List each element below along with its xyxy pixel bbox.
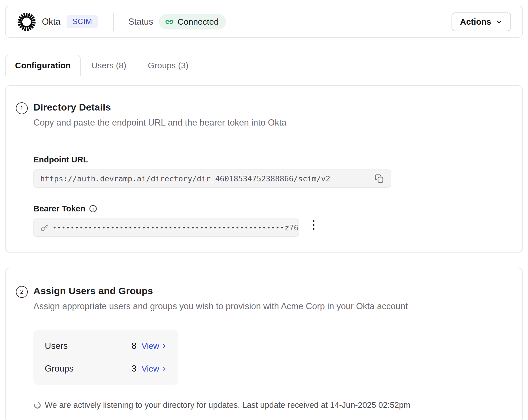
users-row-label: Users xyxy=(45,341,129,351)
tab-configuration[interactable]: Configuration xyxy=(5,55,81,76)
directory-details-card: 1 Directory Details Copy and paste the e… xyxy=(5,85,523,253)
bearer-token-menu-button[interactable] xyxy=(310,218,317,232)
assign-users-groups-card: 2 Assign Users and Groups Assign appropr… xyxy=(5,268,523,420)
section-subtitle: Assign appropriate users and groups you … xyxy=(33,301,408,311)
tab-users[interactable]: Users (8) xyxy=(81,55,137,76)
kebab-menu-icon xyxy=(312,219,316,231)
bearer-token-suffix: z76t xyxy=(285,223,299,232)
bearer-token-masked-value: ••••••••••••••••••••••••••••••••••••••••… xyxy=(53,224,285,231)
copy-icon xyxy=(374,173,384,184)
view-groups-link-label: View xyxy=(142,364,159,374)
groups-row-label: Groups xyxy=(45,364,129,374)
endpoint-url-field: https://auth.devramp.ai/directory/dir_46… xyxy=(33,169,391,188)
view-users-link[interactable]: View xyxy=(142,341,167,351)
groups-count-row: Groups 3 View xyxy=(45,364,167,374)
status-badge: Connected xyxy=(159,14,226,29)
chevron-down-icon xyxy=(496,18,503,25)
section-subtitle: Copy and paste the endpoint URL and the … xyxy=(33,118,286,128)
status-label: Status xyxy=(128,17,153,27)
users-groups-counts-box: Users 8 View Groups 3 View xyxy=(33,330,178,385)
section-title: Assign Users and Groups xyxy=(33,285,408,296)
users-count-row: Users 8 View xyxy=(45,341,167,351)
key-icon xyxy=(40,223,49,232)
view-users-link-label: View xyxy=(142,341,159,351)
status-value: Connected xyxy=(178,17,219,27)
header-divider xyxy=(113,13,114,31)
sync-status-text: We are actively listening to your direct… xyxy=(45,400,410,410)
okta-logo-icon xyxy=(17,12,36,31)
chevron-right-icon xyxy=(161,366,167,372)
copy-button[interactable] xyxy=(374,173,384,184)
assign-section-header: 2 Assign Users and Groups Assign appropr… xyxy=(16,285,506,311)
link-icon xyxy=(165,17,174,27)
actions-button[interactable]: Actions xyxy=(452,12,511,31)
section-title: Directory Details xyxy=(33,102,286,113)
bearer-token-field: ••••••••••••••••••••••••••••••••••••••••… xyxy=(33,219,299,237)
bearer-token-label: Bearer Token xyxy=(33,204,85,213)
step-number-badge: 1 xyxy=(16,102,28,114)
provider-name: Okta xyxy=(42,17,60,27)
tab-bar: Configuration Users (8) Groups (3) xyxy=(5,55,523,76)
endpoint-url-value: https://auth.devramp.ai/directory/dir_46… xyxy=(40,174,330,183)
tab-groups[interactable]: Groups (3) xyxy=(137,55,199,76)
chevron-right-icon xyxy=(161,343,167,349)
view-groups-link[interactable]: View xyxy=(142,364,167,374)
actions-button-label: Actions xyxy=(460,17,491,27)
groups-count: 3 xyxy=(129,364,137,374)
sync-status-row: We are actively listening to your direct… xyxy=(33,400,506,410)
scim-badge: SCIM xyxy=(67,15,98,28)
spinner-icon xyxy=(33,401,41,409)
provider-header-card: Okta SCIM Status Connected Actions xyxy=(5,6,523,38)
users-count: 8 xyxy=(129,341,137,351)
info-icon[interactable] xyxy=(89,204,97,213)
directory-details-header: 1 Directory Details Copy and paste the e… xyxy=(16,102,506,128)
step-number-badge: 2 xyxy=(16,286,28,298)
directory-fields: Endpoint URL https://auth.devramp.ai/dir… xyxy=(33,155,506,237)
scim-directory-page: Okta SCIM Status Connected Actions Confi… xyxy=(5,0,523,420)
endpoint-url-label: Endpoint URL xyxy=(33,155,506,164)
